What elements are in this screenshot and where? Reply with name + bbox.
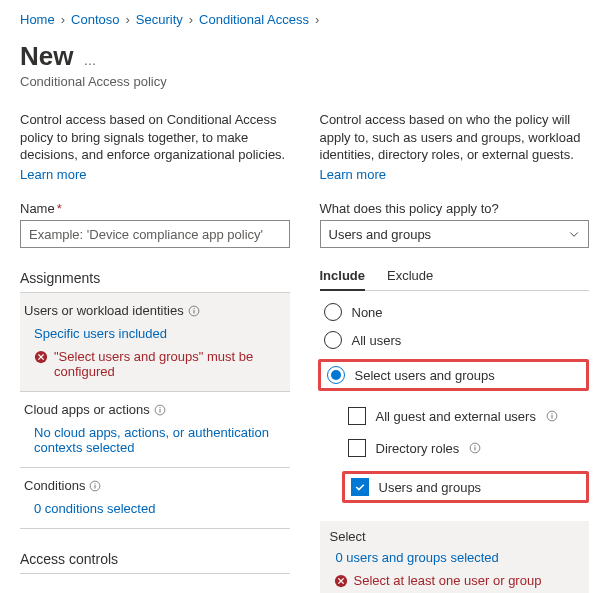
access-controls-heading: Access controls bbox=[20, 551, 290, 574]
svg-rect-6 bbox=[159, 409, 160, 412]
checkbox-icon bbox=[348, 407, 366, 425]
breadcrumb-link-tenant[interactable]: Contoso bbox=[71, 12, 119, 27]
assignments-heading: Assignments bbox=[20, 270, 290, 293]
select-panel-error: Select at least one user or group bbox=[330, 573, 580, 588]
svg-point-11 bbox=[551, 413, 552, 414]
required-asterisk: * bbox=[57, 201, 62, 216]
right-description: Control access based on who the policy w… bbox=[320, 111, 590, 183]
info-icon[interactable] bbox=[188, 305, 200, 317]
info-icon[interactable] bbox=[89, 480, 101, 492]
svg-point-1 bbox=[193, 308, 194, 309]
radio-none-label: None bbox=[352, 305, 383, 320]
info-icon[interactable] bbox=[546, 410, 558, 422]
cloud-apps-item[interactable]: Cloud apps or actions No cloud apps, act… bbox=[20, 392, 290, 468]
tab-exclude[interactable]: Exclude bbox=[387, 262, 433, 290]
breadcrumb-link-security[interactable]: Security bbox=[136, 12, 183, 27]
checkbox-guest-users[interactable]: All guest and external users bbox=[348, 407, 590, 425]
breadcrumb: Home › Contoso › Security › Conditional … bbox=[20, 12, 589, 27]
select-panel-link[interactable]: 0 users and groups selected bbox=[330, 550, 580, 565]
conditions-title: Conditions bbox=[24, 478, 85, 493]
name-input[interactable] bbox=[20, 220, 290, 248]
radio-all-users[interactable]: All users bbox=[324, 331, 590, 349]
users-identities-error: "Select users and groups" must be config… bbox=[24, 349, 286, 379]
apply-to-label: What does this policy apply to? bbox=[320, 201, 590, 216]
name-label: Name* bbox=[20, 201, 290, 216]
info-icon[interactable] bbox=[154, 404, 166, 416]
svg-point-5 bbox=[159, 407, 160, 408]
info-icon[interactable] bbox=[469, 442, 481, 454]
apply-to-value: Users and groups bbox=[329, 227, 432, 242]
left-description: Control access based on Conditional Acce… bbox=[20, 111, 290, 183]
conditions-item[interactable]: Conditions 0 conditions selected bbox=[20, 468, 290, 529]
chevron-right-icon: › bbox=[61, 12, 65, 27]
tab-include[interactable]: Include bbox=[320, 262, 366, 291]
right-description-text: Control access based on who the policy w… bbox=[320, 112, 581, 162]
radio-none[interactable]: None bbox=[324, 303, 590, 321]
cloud-apps-title: Cloud apps or actions bbox=[24, 402, 150, 417]
checkbox-users-groups-label: Users and groups bbox=[379, 480, 482, 495]
users-identities-link[interactable]: Specific users included bbox=[24, 326, 286, 341]
chevron-right-icon: › bbox=[125, 12, 129, 27]
cloud-apps-link[interactable]: No cloud apps, actions, or authenticatio… bbox=[24, 425, 286, 455]
svg-rect-2 bbox=[193, 310, 194, 313]
svg-rect-9 bbox=[95, 485, 96, 488]
checkbox-directory-roles[interactable]: Directory roles bbox=[348, 439, 590, 457]
include-radio-group: None All users Select users and groups bbox=[320, 303, 590, 391]
apply-to-select[interactable]: Users and groups bbox=[320, 220, 590, 248]
more-button[interactable]: … bbox=[83, 53, 97, 68]
error-icon bbox=[34, 350, 48, 364]
svg-point-8 bbox=[95, 483, 96, 484]
chevron-down-icon bbox=[568, 228, 580, 240]
breadcrumb-link-conditional-access[interactable]: Conditional Access bbox=[199, 12, 309, 27]
right-column: Control access based on who the policy w… bbox=[320, 111, 590, 593]
radio-select-users-groups[interactable]: Select users and groups bbox=[318, 359, 590, 391]
page-title: New bbox=[20, 41, 73, 72]
error-icon bbox=[334, 574, 348, 588]
include-exclude-tabs: Include Exclude bbox=[320, 262, 590, 291]
checkbox-directory-label: Directory roles bbox=[376, 441, 460, 456]
checkbox-icon bbox=[351, 478, 369, 496]
radio-select-label: Select users and groups bbox=[355, 368, 495, 383]
page-subtitle: Conditional Access policy bbox=[20, 74, 589, 89]
learn-more-link[interactable]: Learn more bbox=[20, 166, 86, 184]
radio-all-users-label: All users bbox=[352, 333, 402, 348]
left-column: Control access based on Conditional Acce… bbox=[20, 111, 290, 593]
checkmark-icon bbox=[354, 481, 366, 493]
learn-more-link[interactable]: Learn more bbox=[320, 166, 386, 184]
radio-icon bbox=[324, 303, 342, 321]
users-identities-item[interactable]: Users or workload identities Specific us… bbox=[20, 293, 290, 392]
select-panel-heading: Select bbox=[330, 529, 580, 544]
users-identities-title: Users or workload identities bbox=[24, 303, 184, 318]
chevron-right-icon: › bbox=[189, 12, 193, 27]
left-description-text: Control access based on Conditional Acce… bbox=[20, 112, 285, 162]
checkbox-guest-label: All guest and external users bbox=[376, 409, 536, 424]
svg-rect-12 bbox=[551, 415, 552, 418]
select-subgroup: All guest and external users Directory r… bbox=[320, 407, 590, 503]
select-panel: Select 0 users and groups selected Selec… bbox=[320, 521, 590, 593]
radio-icon bbox=[324, 331, 342, 349]
conditions-link[interactable]: 0 conditions selected bbox=[24, 501, 286, 516]
svg-point-14 bbox=[475, 445, 476, 446]
chevron-right-icon: › bbox=[315, 12, 319, 27]
svg-rect-15 bbox=[475, 447, 476, 450]
radio-icon bbox=[327, 366, 345, 384]
checkbox-icon bbox=[348, 439, 366, 457]
breadcrumb-link-home[interactable]: Home bbox=[20, 12, 55, 27]
checkbox-users-and-groups[interactable]: Users and groups bbox=[342, 471, 590, 503]
